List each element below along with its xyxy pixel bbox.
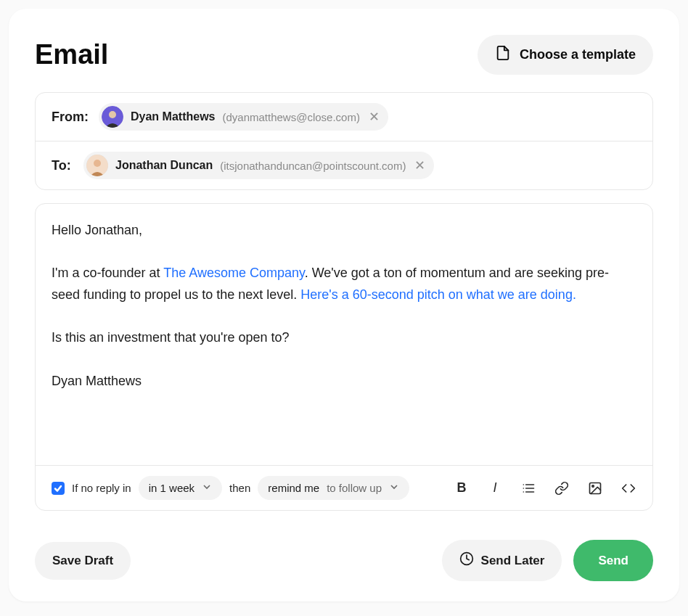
choose-template-button[interactable]: Choose a template <box>478 35 653 75</box>
signature: Dyan Matthews <box>52 371 636 393</box>
avatar <box>102 106 123 128</box>
close-icon[interactable] <box>367 111 381 123</box>
followup-action-value: remind me <box>268 482 319 494</box>
to-email: (itsjonathanduncan@pointscount.com) <box>220 160 406 172</box>
action-bar: Save Draft Send Later Send <box>35 540 653 581</box>
company-link[interactable]: The Awesome Company <box>163 266 304 280</box>
link-button[interactable] <box>554 480 570 496</box>
close-icon[interactable] <box>413 160 427 171</box>
from-email: (dyanmatthews@close.com) <box>222 111 359 123</box>
send-later-button[interactable]: Send Later <box>442 540 562 581</box>
chevron-down-icon <box>202 482 212 494</box>
followup-then-text: then <box>229 482 250 494</box>
code-button[interactable] <box>621 480 636 496</box>
svg-point-11 <box>523 484 525 485</box>
editor-footer: If no reply in in 1 week then remind me … <box>36 465 652 510</box>
message-body[interactable]: Hello Jonathan, I'm a co-founder at The … <box>36 204 652 465</box>
avatar <box>86 155 108 176</box>
clock-icon <box>459 551 474 570</box>
svg-point-13 <box>523 491 525 493</box>
paragraph-1: I'm a co-founder at The Awesome Company.… <box>52 263 636 305</box>
paragraph-2: Is this an investment that you're open t… <box>52 327 636 349</box>
from-label: From: <box>52 110 89 125</box>
save-draft-button[interactable]: Save Draft <box>35 542 131 580</box>
image-button[interactable] <box>587 480 603 496</box>
document-icon <box>495 45 511 65</box>
format-toolbar: B I <box>454 480 636 496</box>
send-button[interactable]: Send <box>573 540 653 581</box>
email-composer: Email Choose a template From: Dyan Matth… <box>9 9 679 601</box>
bold-button[interactable]: B <box>454 480 470 496</box>
svg-point-15 <box>592 485 594 487</box>
greeting: Hello Jonathan, <box>52 220 636 242</box>
to-label: To: <box>52 158 73 173</box>
chevron-down-icon <box>389 482 399 494</box>
svg-point-1 <box>109 111 116 118</box>
address-block: From: Dyan Matthews (dyanmatthews@close.… <box>35 92 653 190</box>
svg-point-12 <box>523 488 525 489</box>
from-chip[interactable]: Dyan Matthews (dyanmatthews@close.com) <box>99 103 388 131</box>
page-title: Email <box>35 39 108 70</box>
followup-time-select[interactable]: in 1 week <box>139 476 222 500</box>
to-name: Jonathan Duncan <box>115 159 213 172</box>
followup-if-text: If no reply in <box>72 482 131 494</box>
followup-action-select[interactable]: remind me to follow up <box>258 476 409 500</box>
pitch-link[interactable]: Here's a 60-second pitch on what we are … <box>300 287 576 302</box>
followup-checkbox[interactable] <box>52 482 65 495</box>
from-name: Dyan Matthews <box>131 110 215 123</box>
followup-time-value: in 1 week <box>149 482 194 494</box>
to-chip[interactable]: Jonathan Duncan (itsjonathanduncan@point… <box>83 152 434 179</box>
list-button[interactable] <box>520 480 536 496</box>
header: Email Choose a template <box>35 35 653 75</box>
italic-button[interactable]: I <box>487 480 503 496</box>
from-row[interactable]: From: Dyan Matthews (dyanmatthews@close.… <box>36 93 652 141</box>
action-bar-right: Send Later Send <box>442 540 653 581</box>
svg-point-5 <box>94 160 101 167</box>
followup-action-hint: to follow up <box>327 482 382 494</box>
to-row[interactable]: To: Jonathan Duncan (itsjonathanduncan@p… <box>36 141 652 189</box>
editor: Hello Jonathan, I'm a co-founder at The … <box>35 203 653 511</box>
choose-template-label: Choose a template <box>520 47 636 62</box>
followup-controls: If no reply in in 1 week then remind me … <box>52 476 409 500</box>
